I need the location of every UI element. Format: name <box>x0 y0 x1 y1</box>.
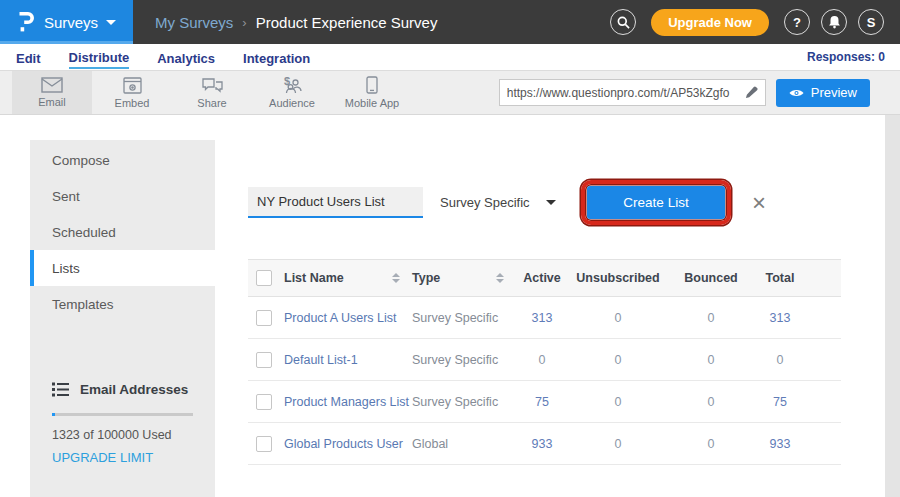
channel-email[interactable]: Email <box>12 71 92 114</box>
avatar[interactable]: S <box>858 9 884 35</box>
row-checkbox[interactable] <box>256 436 272 452</box>
channel-mobile-app[interactable]: Mobile App <box>332 71 412 114</box>
total-count[interactable]: 75 <box>754 395 806 409</box>
list-type: Survey Specific <box>412 395 516 409</box>
row-checkbox[interactable] <box>256 394 272 410</box>
lists-table: List Name Type Active Unsubscribed Bounc… <box>248 259 841 465</box>
email-addresses-title: Email Addresses <box>80 382 188 397</box>
chevron-down-icon <box>106 20 116 25</box>
channel-audience[interactable]: $ Audience <box>252 71 332 114</box>
usage-progress-fill <box>52 413 55 416</box>
email-addresses-section: Email Addresses 1323 of 100000 Used UPGR… <box>30 382 215 466</box>
embed-icon <box>123 77 142 94</box>
list-name-input[interactable] <box>248 187 423 218</box>
list-type-selected: Survey Specific <box>440 195 530 210</box>
survey-url-field[interactable]: https://www.questionpro.com/t/AP53kZgfo <box>499 79 766 106</box>
column-type: Type <box>412 271 440 285</box>
channel-label: Audience <box>269 97 315 109</box>
column-active: Active <box>516 271 568 285</box>
select-all-checkbox[interactable] <box>256 270 272 286</box>
sidebar-item-lists[interactable]: Lists <box>30 250 215 286</box>
channel-embed[interactable]: Embed <box>92 71 172 114</box>
unsubscribed-count: 0 <box>568 395 668 409</box>
breadcrumb-my-surveys[interactable]: My Surveys <box>155 14 233 31</box>
annotation-highlight: Create List <box>581 180 731 225</box>
tab-edit[interactable]: Edit <box>16 47 41 68</box>
upgrade-limit-link[interactable]: UPGRADE LIMIT <box>30 450 153 465</box>
mobile-icon <box>366 76 378 94</box>
page-gutter <box>885 115 900 497</box>
help-button[interactable]: ? <box>784 9 810 35</box>
survey-url: https://www.questionpro.com/t/AP53kZgfo <box>507 86 739 100</box>
bounced-count: 0 <box>668 311 754 325</box>
channel-label: Email <box>38 96 66 108</box>
list-name-link[interactable]: Product A Users List <box>284 311 412 325</box>
create-list-button[interactable]: Create List <box>587 186 725 219</box>
list-name-link[interactable]: Global Products User <box>284 437 412 451</box>
column-list-name: List Name <box>284 271 344 285</box>
search-button[interactable] <box>610 9 636 35</box>
active-count[interactable]: 313 <box>516 311 568 325</box>
eye-icon <box>789 88 804 98</box>
usage-progress-bar <box>52 413 193 416</box>
preview-button[interactable]: Preview <box>776 79 870 107</box>
channel-label: Mobile App <box>345 97 399 109</box>
list-type: Survey Specific <box>412 353 516 367</box>
row-checkbox[interactable] <box>256 352 272 368</box>
active-count: 0 <box>516 353 568 367</box>
tab-analytics[interactable]: Analytics <box>157 47 215 68</box>
active-count[interactable]: 75 <box>516 395 568 409</box>
column-unsubscribed: Unsubscribed <box>568 271 668 285</box>
bounced-count: 0 <box>668 353 754 367</box>
edit-pencil-icon[interactable] <box>745 86 758 99</box>
tab-integration[interactable]: Integration <box>243 47 310 68</box>
list-type-select[interactable]: Survey Specific <box>440 195 562 210</box>
list-name-link[interactable]: Product Managers List <box>284 395 412 409</box>
chevron-down-icon <box>546 200 556 205</box>
channel-share[interactable]: Share <box>172 71 252 114</box>
distribute-toolbar: Email Embed Share $ <box>0 71 900 115</box>
channel-label: Share <box>197 97 226 109</box>
avatar-initial: S <box>867 15 876 30</box>
unsubscribed-count: 0 <box>568 353 668 367</box>
usage-text: 1323 of 100000 Used <box>30 428 215 442</box>
header-actions: Upgrade Now ? S <box>610 9 884 36</box>
product-switcher[interactable]: Surveys <box>0 0 133 44</box>
total-count[interactable]: 313 <box>754 311 806 325</box>
sidebar-item-templates[interactable]: Templates <box>30 286 215 322</box>
unsubscribed-count: 0 <box>568 437 668 451</box>
notifications-button[interactable] <box>821 9 847 35</box>
bounced-count: 0 <box>668 437 754 451</box>
preview-label: Preview <box>811 85 857 100</box>
survey-nav: Edit Distribute Analytics Integration Re… <box>0 44 900 71</box>
total-count[interactable]: 933 <box>754 437 806 451</box>
column-total: Total <box>754 271 806 285</box>
total-count: 0 <box>754 353 806 367</box>
upgrade-now-button[interactable]: Upgrade Now <box>651 9 769 36</box>
sort-icon[interactable] <box>496 273 504 283</box>
unsubscribed-count: 0 <box>568 311 668 325</box>
email-icon <box>41 77 63 93</box>
share-icon <box>202 77 223 94</box>
survey-link-group: https://www.questionpro.com/t/AP53kZgfo … <box>499 71 870 114</box>
table-row: Product A Users List Survey Specific 313… <box>248 297 841 339</box>
responses-count[interactable]: Responses: 0 <box>807 50 885 64</box>
tab-distribute[interactable]: Distribute <box>69 46 130 69</box>
table-header-row: List Name Type Active Unsubscribed Bounc… <box>248 259 841 297</box>
close-icon[interactable]: × <box>752 191 766 215</box>
help-icon: ? <box>793 15 801 30</box>
list-icon <box>52 382 69 397</box>
sort-icon[interactable] <box>392 273 400 283</box>
table-row: Product Managers List Survey Specific 75… <box>248 381 841 423</box>
list-name-link[interactable]: Default List-1 <box>284 353 412 367</box>
sidebar-item-sent[interactable]: Sent <box>30 178 215 214</box>
questionpro-logo-icon <box>17 11 36 33</box>
product-switcher-label: Surveys <box>44 14 98 31</box>
bell-icon <box>828 15 841 29</box>
search-icon <box>617 16 630 29</box>
active-count[interactable]: 933 <box>516 437 568 451</box>
sidebar-item-compose[interactable]: Compose <box>30 142 215 178</box>
sidebar-item-scheduled[interactable]: Scheduled <box>30 214 215 250</box>
row-checkbox[interactable] <box>256 310 272 326</box>
list-type: Global <box>412 437 516 451</box>
